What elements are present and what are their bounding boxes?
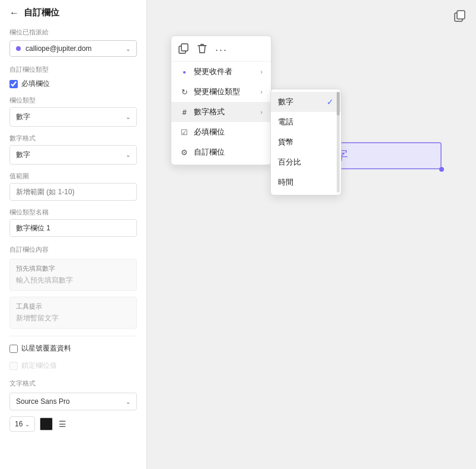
- number-format-label: 數字格式: [9, 134, 137, 143]
- submenu-item-0[interactable]: 數字 ✓: [271, 92, 341, 112]
- menu-trash-icon[interactable]: [197, 43, 207, 56]
- align-icon[interactable]: ☰: [57, 418, 68, 430]
- assigned-label: 欄位已指派給: [9, 28, 137, 37]
- submenu-item-1[interactable]: 電話: [271, 112, 341, 132]
- svg-rect-1: [457, 11, 465, 19]
- email-dropdown[interactable]: calliope@jupiter.dom ⌄: [9, 40, 137, 57]
- number-format-group: 數字格式 數字 ⌄: [9, 134, 137, 165]
- menu-icons-row: ···: [171, 38, 271, 62]
- recipient-icon: ●: [180, 69, 189, 75]
- lock-label: 鎖定欄位值: [21, 361, 57, 371]
- sidebar-title: 自訂欄位: [24, 7, 59, 18]
- menu-label-required: 必填欄位: [194, 127, 225, 137]
- field-type-label: 欄位類型: [9, 96, 137, 105]
- submenu-item-3[interactable]: 百分比: [271, 152, 341, 172]
- menu-label-number-format: 數字格式: [194, 107, 225, 117]
- font-controls: 16 ⌄ ☰: [9, 416, 137, 432]
- email-dot-icon: [16, 46, 21, 51]
- submenu-item-2[interactable]: 貨幣: [271, 132, 341, 152]
- sidebar: ← 自訂欄位 欄位已指派給 calliope@jupiter.dom ⌄ 自訂欄…: [0, 0, 147, 469]
- font-value: Source Sans Pro: [16, 397, 70, 406]
- tooltip-group: 工具提示 新增暫留文字: [9, 297, 137, 329]
- placeholder-group: 預先填寫數字 輸入預先填寫數字: [9, 259, 137, 291]
- change-type-icon: ↻: [180, 88, 189, 97]
- back-button[interactable]: ← 自訂欄位: [9, 7, 137, 18]
- copy-icon[interactable]: [453, 9, 467, 25]
- custom-field-type-label: 自訂欄位類型: [9, 65, 137, 74]
- submenu: 數字 ✓ 電話 貨幣 百分比 時間: [270, 89, 341, 195]
- placeholder-text: 輸入預先填寫數字: [16, 275, 130, 285]
- back-arrow-icon: ←: [9, 8, 19, 18]
- arrow-icon-1: ›: [260, 88, 263, 95]
- placeholder-label: 預先填寫數字: [16, 264, 130, 273]
- field-type-value: 數字: [16, 112, 30, 122]
- submenu-label-4: 時間: [278, 177, 293, 188]
- field-type-chevron-icon: ⌄: [126, 114, 130, 120]
- menu-item-custom-field[interactable]: ⚙ 自訂欄位: [171, 142, 271, 162]
- value-range-input[interactable]: [9, 183, 137, 201]
- submenu-label-0: 數字: [278, 97, 293, 107]
- submenu-item-4[interactable]: 時間: [271, 172, 341, 192]
- submenu-label-2: 貨幣: [278, 137, 293, 147]
- menu-copy-icon[interactable]: [178, 43, 189, 56]
- font-chevron-icon: ⌄: [126, 399, 130, 405]
- required-icon: ☑: [180, 128, 189, 137]
- menu-item-change-recipient[interactable]: ● 變更收件者 ›: [171, 62, 271, 82]
- arrow-icon-2: ›: [260, 108, 263, 115]
- value-range-group: 值範圍: [9, 172, 137, 201]
- menu-more-icon[interactable]: ···: [215, 44, 228, 56]
- number-format-icon: #: [180, 108, 189, 117]
- lock-checkbox: [9, 362, 18, 370]
- font-select[interactable]: Source Sans Pro ⌄: [9, 393, 137, 410]
- lock-checkbox-row: 鎖定欄位值: [9, 361, 137, 371]
- check-icon: ✓: [327, 97, 334, 107]
- menu-label-change-field-type: 變更欄位類型: [194, 86, 240, 97]
- number-format-select[interactable]: 數字 ⌄: [9, 145, 137, 165]
- menu-item-number-format[interactable]: # 數字格式 ›: [171, 102, 271, 122]
- divider: [9, 336, 137, 336]
- font-size-value: 16: [15, 420, 23, 428]
- submenu-label-1: 電話: [278, 117, 293, 127]
- menu-label-custom-field: 自訂欄位: [194, 147, 225, 158]
- menu-item-change-field-type[interactable]: ↻ 變更欄位類型 ›: [171, 82, 271, 102]
- arrow-icon-0: ›: [260, 68, 263, 75]
- context-menu-container: ··· ● 變更收件者 › ↻ 變更欄位類型 › #: [171, 36, 271, 165]
- field-type-name-input[interactable]: [9, 219, 137, 237]
- main-content: ··· ● 變更收件者 › ↻ 變更欄位類型 › #: [147, 0, 476, 469]
- chevron-down-icon: ⌄: [126, 46, 130, 52]
- field-type-select[interactable]: 數字 ⌄: [9, 107, 137, 127]
- menu-item-required[interactable]: ☑ 必填欄位: [171, 122, 271, 142]
- svg-rect-3: [181, 44, 188, 51]
- value-range-label: 值範圍: [9, 172, 137, 181]
- tooltip-text: 新增暫留文字: [16, 313, 130, 323]
- field-type-name-group: 欄位類型名稱: [9, 208, 137, 237]
- font-style-label: 文字格式: [9, 379, 137, 388]
- context-menu: ··· ● 變更收件者 › ↻ 變更欄位類型 › #: [171, 36, 271, 165]
- number-format-chevron-icon: ⌄: [126, 152, 130, 158]
- resize-handle[interactable]: [439, 167, 444, 172]
- number-format-value: 數字: [16, 150, 30, 160]
- font-size-select[interactable]: 16 ⌄: [9, 416, 35, 432]
- color-picker[interactable]: [40, 417, 53, 431]
- required-checkbox[interactable]: [9, 80, 18, 88]
- custom-field-icon: ⚙: [180, 148, 189, 157]
- mask-label: 以星號覆蓋資料: [21, 343, 71, 354]
- field-type-name-label: 欄位類型名稱: [9, 208, 137, 217]
- tooltip-label: 工具提示: [16, 302, 130, 311]
- email-value: calliope@jupiter.dom: [25, 44, 121, 53]
- mask-checkbox[interactable]: [9, 345, 18, 353]
- required-checkbox-row: 必填欄位: [9, 79, 137, 89]
- font-size-chevron-icon: ⌄: [25, 421, 30, 428]
- required-label: 必填欄位: [21, 79, 50, 89]
- custom-field-content-label: 自訂欄位內容: [9, 245, 137, 254]
- submenu-label-3: 百分比: [278, 157, 301, 168]
- submenu-scrollbar-thumb: [337, 92, 340, 115]
- field-type-group: 欄位類型 數字 ⌄: [9, 96, 137, 127]
- menu-label-change-recipient: 變更收件者: [194, 66, 232, 77]
- mask-checkbox-row: 以星號覆蓋資料: [9, 343, 137, 354]
- submenu-scrollbar: [337, 92, 340, 192]
